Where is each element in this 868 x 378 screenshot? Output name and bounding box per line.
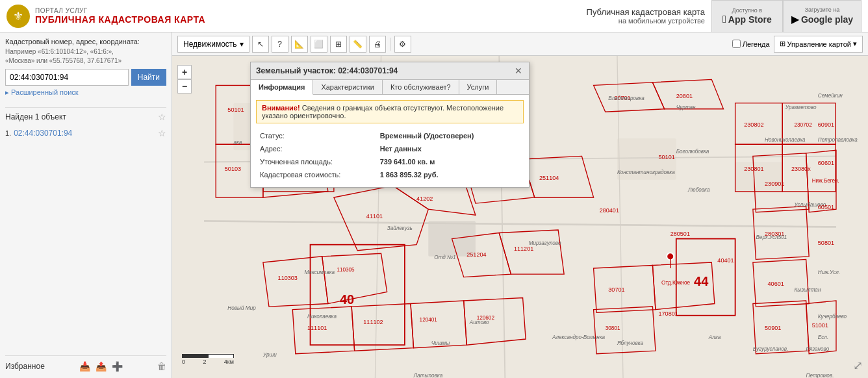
measure-tool-btn[interactable]: 📐: [291, 36, 308, 53]
svg-text:251204: 251204: [466, 251, 486, 258]
svg-text:Кызылтан: Кызылтан: [794, 287, 821, 293]
favorites-import-btn[interactable]: 📤: [94, 360, 108, 373]
area-label: Уточненная площадь:: [257, 156, 376, 168]
svg-text:120401: 120401: [420, 317, 438, 323]
advanced-search-link[interactable]: ▸ Расширенный поиск: [5, 88, 166, 97]
svg-text:50101: 50101: [227, 107, 244, 113]
found-count: Найден 1 объект: [5, 112, 66, 121]
popup-warning: Внимание! Сведения о границах объекта от…: [256, 100, 524, 123]
header-title: Публичная кадастровая карта: [35, 14, 205, 25]
info-tool-btn[interactable]: ?: [272, 36, 288, 53]
popup-header: Земельный участок: 02:44:030701:94 ✕: [251, 62, 529, 80]
found-star-icon[interactable]: ☆: [158, 112, 166, 122]
map-area[interactable]: Недвижимость ▾ ↖ ? 📐 ⬜ ⊞ 📏 🖨 ⚙ Легенда ⊞…: [172, 32, 868, 378]
svg-text:40401: 40401: [717, 257, 734, 264]
legend-toggle[interactable]: Легенда: [732, 40, 770, 48]
svg-text:51001: 51001: [812, 322, 828, 329]
fullscreen-icon[interactable]: ⤢: [853, 359, 863, 373]
svg-text:Зайлекузь: Зайлекузь: [387, 225, 413, 231]
svg-text:60601: 60601: [818, 160, 834, 166]
svg-text:Боголюбовка: Боголюбовка: [676, 149, 709, 155]
table-row: Статус: Временный (Удостоверен): [257, 130, 522, 142]
result-link[interactable]: 02:44:030701:94: [14, 129, 72, 138]
favorites-export-btn[interactable]: 📥: [78, 360, 92, 373]
svg-text:111101: 111101: [307, 325, 327, 331]
sidebar-divider: [5, 107, 166, 108]
store-buttons: Доступно в  App Store Загрузите на ▶ Go…: [711, 0, 862, 32]
map-scale: 0 2 4км: [182, 354, 234, 365]
popup-info-table: Статус: Временный (Удостоверен) Адрес: Н…: [256, 129, 524, 182]
area-tool-btn[interactable]: ⬜: [311, 36, 327, 53]
svg-text:230802: 230802: [744, 121, 763, 128]
svg-text:170801: 170801: [659, 310, 678, 317]
svg-text:Максимовка: Максимовка: [304, 270, 335, 275]
search-input[interactable]: [5, 69, 129, 86]
appstore-button[interactable]: Доступно в  App Store: [711, 0, 783, 32]
svg-text:Урши: Урши: [262, 352, 277, 358]
scale-label-0: 0: [182, 359, 185, 365]
svg-text:Александро-Волынка: Александро-Волынка: [552, 334, 605, 340]
svg-text:20801: 20801: [676, 93, 693, 99]
print-btn[interactable]: 🖨: [369, 36, 386, 53]
svg-text:Верх.Усл501: Верх.Усл501: [756, 234, 787, 240]
table-row: Кадастровая стоимость: 1 863 895.32 руб.: [257, 169, 522, 181]
svg-text:280401: 280401: [600, 207, 619, 214]
settings-tool-btn[interactable]: ⚙: [394, 36, 411, 53]
popup-tab-characteristics[interactable]: Характеристики: [313, 80, 383, 94]
trash-icon[interactable]: 🗑: [157, 361, 166, 372]
search-button[interactable]: Найти: [131, 69, 166, 86]
warning-bold: Внимание!: [262, 104, 300, 112]
result-item: 1. 02:44:030701:94 ☆: [5, 126, 166, 140]
svg-text:Бугурусланов.: Бугурусланов.: [753, 346, 788, 352]
zoom-in-button[interactable]: +: [177, 65, 192, 79]
popup-tab-info[interactable]: Информация: [251, 80, 313, 95]
svg-text:Аитово: Аитово: [469, 320, 489, 325]
googleplay-icon: ▶: [791, 13, 799, 25]
status-label: Статус:: [257, 130, 376, 142]
scale-label-4km: 4км: [224, 359, 234, 365]
table-row: Адрес: Нет данных: [257, 143, 522, 155]
print-tool-btn[interactable]: ⊞: [330, 36, 347, 53]
grid-icon: ⊞: [780, 40, 785, 48]
popup-tab-service[interactable]: Кто обслуживает?: [383, 80, 459, 94]
header-subtitle: Портал услуг: [35, 7, 205, 14]
svg-text:Отд.Южное: Отд.Южное: [661, 280, 691, 286]
toolbar-right: Легенда ⊞ Управление картой ▾: [732, 36, 863, 53]
googleplay-label: Google play: [801, 14, 853, 25]
svg-text:230901: 230901: [765, 181, 784, 187]
search-label: Кадастровый номер, адрес, координата:: [5, 38, 166, 45]
popup-tab-services[interactable]: Услуги: [459, 80, 498, 94]
svg-text:111201: 111201: [514, 246, 533, 252]
svg-text:50901: 50901: [765, 325, 781, 331]
result-star-icon[interactable]: ☆: [158, 128, 166, 138]
svg-text:Яблуновка: Яблуновка: [617, 340, 644, 346]
svg-text:111102: 111102: [363, 319, 383, 325]
legend-checkbox[interactable]: [732, 40, 741, 48]
property-type-dropdown[interactable]: Недвижимость ▾: [177, 36, 249, 53]
popup-close-button[interactable]: ✕: [513, 66, 524, 76]
scale-label-2: 2: [203, 359, 206, 365]
svg-text:30801: 30801: [606, 325, 620, 331]
svg-text:Владимировка: Владимировка: [608, 95, 645, 101]
googleplay-label-top: Загрузите на: [805, 6, 840, 13]
address-label: Адрес:: [257, 143, 376, 155]
zoom-out-button[interactable]: −: [177, 79, 192, 94]
map-manage-button[interactable]: ⊞ Управление картой ▾: [774, 36, 863, 53]
appstore-label: App Store: [728, 14, 772, 25]
ruler-tool-btn[interactable]: 📏: [350, 36, 366, 53]
cursor-tool-btn[interactable]: ↖: [252, 36, 269, 53]
svg-text:Мирзагулово: Мирзагулово: [529, 240, 561, 246]
svg-text:110303: 110303: [278, 275, 298, 281]
status-value: Временный (Удостоверен): [377, 130, 522, 142]
googleplay-button[interactable]: Загрузите на ▶ Google play: [783, 0, 862, 32]
svg-text:Николаевка: Николаевка: [307, 314, 337, 320]
svg-text:Кучербаево: Кучербаево: [818, 314, 847, 320]
svg-text:50101: 50101: [659, 154, 675, 160]
parcel-popup: Земельный участок: 02:44:030701:94 ✕ Инф…: [250, 62, 530, 188]
favorites-add-btn[interactable]: ➕: [110, 360, 124, 373]
svg-text:Ниж.Беген.: Ниж.Беген.: [812, 178, 839, 184]
legend-label: Легенда: [743, 40, 770, 48]
manage-label: Управление картой: [787, 40, 851, 48]
main-layout: Кадастровый номер, адрес, координата: На…: [0, 32, 868, 378]
search-hint: Например «61:6:10104:12», «61:6:», «Моск…: [5, 47, 166, 66]
